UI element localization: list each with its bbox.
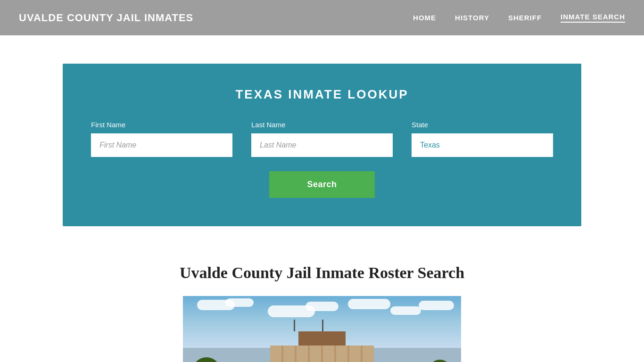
first-name-label: First Name [91,121,232,129]
inmate-lookup-section: TEXAS INMATE LOOKUP First Name Last Name… [63,64,581,226]
site-header: UVALDE COUNTY JAIL INMATES HOME HISTORY … [0,0,644,35]
pole-right [322,320,323,331]
cloud-6 [390,306,421,315]
last-name-group: Last Name [251,121,393,157]
first-name-group: First Name [91,121,232,157]
pole-left [294,320,295,331]
main-nav: HOME HISTORY SHERIFF INMATE SEARCH [413,13,625,23]
first-name-input[interactable] [91,133,232,157]
last-name-label: Last Name [251,121,393,129]
building-image [183,296,461,362]
cloud-5 [348,299,390,309]
tree-left [192,357,221,362]
state-group: State [412,121,553,157]
last-name-input[interactable] [251,133,393,157]
building-container [256,338,388,362]
state-label: State [412,121,553,129]
nav-item-home[interactable]: HOME [413,14,436,22]
roster-heading: Uvalde County Jail Inmate Roster Search [82,264,562,282]
cloud-4 [305,302,339,311]
state-input[interactable] [412,133,553,157]
building-main [270,346,374,362]
search-button[interactable]: Search [269,171,374,198]
nav-item-sheriff[interactable]: SHERIFF [508,14,542,22]
building-top [298,331,346,346]
form-row: First Name Last Name State [91,121,553,157]
search-btn-container: Search [91,171,553,198]
site-title: UVALDE COUNTY JAIL INMATES [19,12,193,24]
lookup-title: TEXAS INMATE LOOKUP [91,87,553,102]
nav-item-history[interactable]: HISTORY [455,14,489,22]
building-stripes [270,346,374,362]
content-section: Uvalde County Jail Inmate Roster Search [63,255,581,362]
cloud-2 [225,298,254,307]
nav-item-inmate-search[interactable]: INMATE SEARCH [561,13,625,23]
cloud-7 [419,301,454,310]
tree-right [428,360,452,362]
